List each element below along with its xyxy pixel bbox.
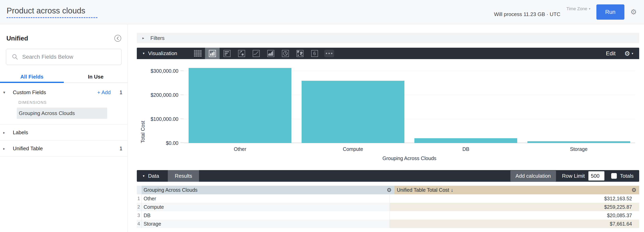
cell-value[interactable]: $259,225.87	[390, 203, 639, 211]
viz-type-single-value-icon[interactable]: 6	[307, 48, 322, 59]
row-number: 4	[137, 219, 142, 228]
x-tick: Other	[184, 146, 296, 152]
cell-value[interactable]: $312,163.52	[390, 194, 639, 203]
row-number-header	[137, 186, 142, 194]
caret-down-icon[interactable]: ▾	[143, 174, 144, 178]
collapse-sidebar-icon[interactable]	[114, 35, 122, 42]
column-chart: Total Cost $0.00 $100,000.00 $200,000.00…	[137, 59, 639, 167]
row-number: 3	[137, 211, 142, 219]
caret-down-icon: ▾	[3, 90, 8, 95]
explore-main: ▸ Filters ▾ Visualization	[137, 24, 639, 228]
results-table: Grouping Across Clouds ⚙ Unified Table T…	[137, 186, 639, 228]
table-row: 1 Other $312,163.52	[137, 194, 639, 203]
y-axis-ticks: $0.00 $100,000.00 $200,000.00 $300,000.0…	[137, 66, 178, 143]
caret-right-icon: ▸	[3, 147, 8, 151]
viz-gear-icon[interactable]: ⚙	[624, 50, 630, 57]
y-tick: $0.00	[137, 140, 178, 146]
plot-area	[184, 66, 635, 143]
explore-page: Product across clouds Will process 11.23…	[0, 0, 644, 232]
add-custom-field-button[interactable]: + Add	[97, 89, 110, 95]
y-tick: $200,000.00	[137, 92, 178, 98]
x-axis-title: Grouping Across Clouds	[184, 156, 635, 161]
data-section-header: ▾ Data Results Add calculation Row Limit…	[137, 170, 639, 182]
viz-type-map-icon[interactable]	[292, 48, 307, 59]
view-name: Unified	[6, 35, 28, 42]
viz-type-more-icon[interactable]	[322, 48, 336, 59]
table-header-row: Grouping Across Clouds ⚙ Unified Table T…	[137, 186, 639, 194]
caret-down-icon[interactable]: ▾	[632, 52, 633, 55]
caret-right-icon: ▸	[3, 131, 8, 135]
unified-table-count: 1	[120, 146, 122, 152]
row-limit-input[interactable]	[588, 171, 604, 180]
x-tick: Storage	[522, 146, 636, 152]
viz-type-area-chart-icon[interactable]	[264, 48, 278, 59]
table-row: 4 Storage $7,661.64	[137, 219, 639, 228]
y-tick: $100,000.00	[137, 116, 178, 122]
bar-db[interactable]	[414, 138, 517, 143]
row-limit-label: Row Limit	[562, 173, 585, 179]
field-tabs: All Fields In Use	[0, 71, 128, 83]
results-tab[interactable]: Results	[168, 170, 199, 182]
table-row: 2 Compute $259,225.87	[137, 203, 639, 211]
search-icon	[12, 53, 18, 60]
time-zone-dropdown[interactable]: Time Zone ▾	[566, 6, 590, 12]
viz-type-column-chart-icon[interactable]	[205, 48, 220, 59]
viz-type-table-icon[interactable]	[190, 48, 205, 59]
sidebar-item-unified-table[interactable]: ▸ Unified Table 1	[0, 141, 128, 157]
field-grouping-across-clouds[interactable]: Grouping Across Clouds	[17, 107, 107, 119]
bar-other[interactable]	[188, 68, 292, 143]
cell-dimension[interactable]: Storage	[142, 219, 390, 228]
process-estimate-text: Will process 11.23 GB · UTC	[494, 11, 560, 18]
edit-viz-button[interactable]: Edit	[606, 50, 616, 57]
add-calculation-button[interactable]: Add calculation	[510, 171, 556, 181]
cell-dimension[interactable]: Compute	[142, 203, 390, 211]
bar-compute[interactable]	[302, 81, 404, 143]
x-tick: DB	[410, 146, 522, 152]
page-title[interactable]: Product across clouds	[6, 6, 98, 18]
row-number: 1	[137, 194, 142, 203]
header-actions: Will process 11.23 GB · UTC Time Zone ▾ …	[494, 5, 637, 20]
bar-storage[interactable]	[528, 141, 630, 143]
tab-in-use[interactable]: In Use	[64, 71, 128, 82]
caret-down-icon[interactable]: ▾	[143, 51, 144, 56]
y-tick: $300,000.00	[137, 68, 178, 74]
table-row: 3 DB $20,085.37	[137, 211, 639, 219]
viz-type-scatter-icon[interactable]	[234, 48, 249, 59]
column-gear-icon[interactable]: ⚙	[386, 187, 392, 193]
viz-type-pie-chart-icon[interactable]	[278, 48, 292, 59]
column-gear-icon[interactable]: ⚙	[632, 187, 636, 193]
cell-value[interactable]: $20,085.37	[390, 211, 639, 219]
filters-section-header[interactable]: ▸ Filters	[137, 33, 639, 43]
x-tick: Compute	[296, 146, 410, 152]
viz-type-picker: 6	[190, 48, 336, 59]
custom-fields-section-header[interactable]: ▾ Custom Fields + Add 1	[0, 87, 128, 98]
run-button[interactable]: Run	[596, 5, 624, 20]
visualization-section-header: ▾ Visualization	[137, 48, 639, 59]
sort-desc-icon: ↓	[451, 187, 454, 193]
sidebar-item-labels[interactable]: ▸ Labels	[0, 125, 128, 141]
gear-icon[interactable]: ⚙	[630, 9, 637, 16]
field-picker-sidebar: Unified All Fields In Use ▾ Custom Field…	[0, 25, 128, 232]
cell-dimension[interactable]: Other	[142, 194, 390, 203]
totals-label: Totals	[620, 173, 634, 179]
top-header: Product across clouds Will process 11.23…	[0, 0, 644, 24]
cell-dimension[interactable]: DB	[142, 211, 390, 219]
x-axis-ticks: Other Compute DB Storage	[184, 146, 635, 152]
viz-type-bar-chart-icon[interactable]	[220, 48, 234, 59]
caret-right-icon: ▸	[142, 36, 147, 40]
cell-value[interactable]: $7,661.64	[390, 219, 639, 228]
custom-fields-count: 1	[120, 89, 122, 95]
search-input[interactable]	[22, 54, 122, 60]
row-number: 2	[137, 203, 142, 211]
totals-checkbox[interactable]	[611, 173, 617, 179]
dimensions-group-label: DIMENSIONS	[18, 100, 128, 105]
column-header-total-cost[interactable]: Unified Table Total Cost ↓ ⚙	[394, 186, 639, 194]
viz-type-line-chart-icon[interactable]	[249, 48, 264, 59]
tab-all-fields[interactable]: All Fields	[0, 71, 64, 82]
column-header-grouping[interactable]: Grouping Across Clouds ⚙	[142, 186, 394, 194]
field-search	[6, 49, 122, 65]
chevron-down-icon: ▾	[589, 7, 590, 11]
